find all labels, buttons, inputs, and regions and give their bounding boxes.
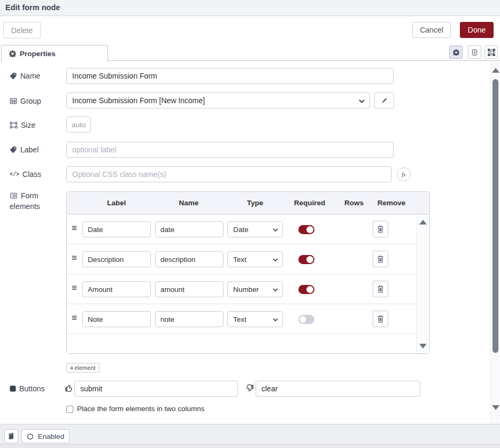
label-label: Label (10, 145, 39, 154)
enabled-toggle-button[interactable]: Enabled (21, 429, 70, 443)
trash-icon (377, 285, 384, 293)
dialog-title: Edit form node (5, 0, 60, 16)
dialog-footer: Enabled (0, 424, 500, 444)
submit-button-text-input[interactable] (74, 381, 238, 397)
done-button[interactable]: Done (460, 22, 494, 38)
tab-properties[interactable]: Properties (1, 45, 108, 61)
form-elements-label: Form (10, 191, 39, 200)
element-type-select[interactable]: Date (227, 221, 283, 237)
gear-icon (453, 49, 459, 56)
form-element-row: ≡ Text (67, 304, 417, 334)
col-header-type: Type (227, 192, 283, 214)
element-name-input[interactable] (155, 281, 224, 297)
element-name-input[interactable] (155, 251, 224, 267)
tab-bar: Properties (0, 44, 500, 61)
tag-icon (10, 72, 17, 80)
drag-handle-icon[interactable]: ≡ (72, 313, 77, 323)
thumbs-up-icon (65, 384, 73, 392)
required-toggle[interactable] (298, 315, 314, 324)
element-label-input[interactable] (82, 251, 151, 267)
list-scrollbar[interactable] (416, 214, 429, 354)
col-header-name: Name (155, 192, 223, 214)
name-input[interactable] (66, 68, 394, 84)
drag-handle-icon[interactable]: ≡ (72, 223, 77, 234)
element-type-select[interactable]: Text (227, 251, 283, 267)
element-name-input[interactable] (155, 311, 224, 327)
required-toggle[interactable] (298, 255, 314, 264)
list-alt-icon (10, 192, 18, 199)
class-label: </> Class (10, 170, 41, 179)
tag-icon (10, 146, 17, 153)
required-toggle[interactable] (298, 225, 314, 234)
add-element-button[interactable]: +element (66, 363, 99, 373)
cancel-button[interactable]: Cancel (412, 22, 451, 38)
form-elements-header: Label Name Type Required Rows Remove (67, 192, 429, 214)
scroll-up-icon[interactable] (492, 68, 499, 73)
col-header-rows: Rows (341, 192, 367, 214)
element-type-select[interactable]: Number (227, 281, 283, 297)
form-element-row: ≡ Date (67, 214, 417, 244)
two-columns-checkbox[interactable] (66, 406, 73, 413)
remove-element-button[interactable] (373, 281, 388, 297)
drag-handle-icon[interactable]: ≡ (72, 253, 77, 264)
clear-button-text-input[interactable] (256, 381, 420, 397)
class-input[interactable] (66, 166, 391, 182)
trash-icon (377, 225, 384, 233)
remove-element-button[interactable] (373, 311, 388, 327)
group-select-value: Income Submission Form [New Income] (72, 96, 205, 105)
gear-icon (9, 50, 16, 57)
document-icon (471, 49, 478, 56)
properties-tab-button[interactable] (449, 45, 463, 59)
remove-element-button[interactable] (373, 221, 388, 237)
chevron-down-icon (273, 258, 278, 261)
book-icon (7, 432, 15, 440)
name-label: Name (10, 72, 40, 80)
col-header-label: Label (82, 192, 151, 214)
element-label-input[interactable] (82, 281, 151, 297)
appearance-tab-button[interactable] (484, 45, 498, 59)
main-scrollbar[interactable] (490, 61, 499, 424)
buttons-label: Buttons (10, 384, 44, 393)
chevron-down-icon (359, 99, 365, 103)
workspace-edge (0, 444, 500, 448)
enabled-label: Enabled (38, 432, 65, 441)
dynamic-class-fx-button[interactable]: fx (397, 167, 411, 181)
element-name-input[interactable] (155, 221, 224, 237)
object-group-icon (10, 121, 18, 129)
node-info-button[interactable] (4, 429, 18, 443)
scroll-down-icon[interactable] (419, 344, 427, 349)
chevron-down-icon (273, 318, 278, 321)
scroll-up-icon[interactable] (419, 220, 427, 225)
remove-element-button[interactable] (373, 251, 388, 267)
appearance-icon (488, 49, 495, 56)
trash-icon (377, 255, 384, 263)
form-elements-table: Label Name Type Required Rows Remove ≡ D… (66, 191, 430, 354)
tab-properties-label: Properties (20, 50, 56, 58)
dialog-header: Edit form node (0, 0, 500, 16)
pencil-icon (381, 97, 388, 104)
form-elements-label-line2: elements (10, 202, 40, 211)
group-select[interactable]: Income Submission Form [New Income] (66, 92, 370, 109)
thumbs-down-icon (245, 384, 254, 392)
code-icon: </> (10, 172, 19, 177)
form-element-row: ≡ Text (67, 244, 417, 274)
chevron-down-icon (273, 288, 278, 291)
label-input[interactable] (66, 142, 394, 158)
required-toggle[interactable] (298, 285, 314, 294)
two-columns-checkbox-label: Place the form elements in two columns (77, 405, 205, 413)
size-label: Size (10, 121, 35, 129)
size-button[interactable]: auto (66, 117, 91, 133)
scrollbar-thumb[interactable] (493, 79, 498, 353)
delete-button[interactable]: Delete (3, 22, 41, 38)
element-type-select[interactable]: Text (227, 311, 283, 327)
table-icon (10, 97, 17, 105)
edit-group-button[interactable] (374, 92, 394, 109)
element-label-input[interactable] (82, 311, 151, 327)
drag-handle-icon[interactable]: ≡ (72, 283, 77, 293)
col-header-required: Required (286, 192, 334, 214)
scroll-down-icon[interactable] (492, 405, 499, 410)
form-elements-list: ≡ Date ≡ Text (67, 214, 429, 354)
element-label-input[interactable] (82, 221, 151, 237)
status-circle-icon (27, 433, 34, 440)
description-tab-button[interactable] (468, 45, 481, 59)
